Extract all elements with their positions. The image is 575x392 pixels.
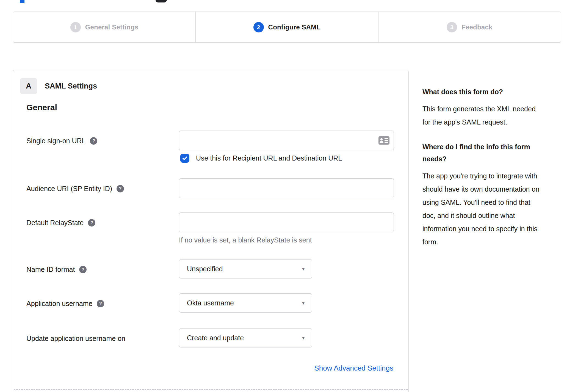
relay-state-row: Default RelayState ? If no value is set,… xyxy=(26,212,394,244)
name-id-format-help-icon[interactable]: ? xyxy=(79,266,87,273)
audience-uri-input[interactable] xyxy=(179,178,394,198)
recipient-url-checkbox-row: Use this for Recipient URL and Destinati… xyxy=(180,154,342,163)
help-question-2: Where do I find the info this form needs… xyxy=(422,141,564,165)
relay-state-help-icon[interactable]: ? xyxy=(88,219,95,227)
dashed-section-divider xyxy=(14,389,408,390)
help-answer-1: This form generates the XML needed for t… xyxy=(422,102,564,129)
update-username-select[interactable]: Create and update ▼ xyxy=(179,328,312,347)
update-username-value: Create and update xyxy=(187,334,244,342)
step-general-settings[interactable]: 1 General Settings xyxy=(13,12,196,42)
step-feedback[interactable]: 3 Feedback xyxy=(378,12,561,42)
audience-uri-row: Audience URI (SP Entity ID) ? xyxy=(26,178,394,198)
application-username-row: Application username ? Okta username ▼ xyxy=(26,293,312,313)
step-1-badge: 1 xyxy=(70,22,81,32)
help-question-1: What does this form do? xyxy=(422,86,564,98)
clipped-blue-logo-fragment xyxy=(20,0,24,3)
relay-state-label-group: Default RelayState ? xyxy=(26,212,179,227)
application-username-value: Okta username xyxy=(187,299,234,307)
chevron-down-icon: ▼ xyxy=(301,267,305,271)
step-3-label: Feedback xyxy=(461,23,492,31)
panel-header: A SAML Settings xyxy=(20,78,97,94)
audience-uri-help-icon[interactable]: ? xyxy=(117,185,124,192)
wizard-steps-bar: 1 General Settings 2 Configure SAML 3 Fe… xyxy=(13,12,561,43)
name-id-format-label: Name ID format xyxy=(26,266,75,274)
application-username-label-group: Application username ? xyxy=(26,293,179,308)
application-username-help-icon[interactable]: ? xyxy=(97,300,104,307)
audience-uri-label: Audience URI (SP Entity ID) xyxy=(26,185,112,193)
step-2-badge: 2 xyxy=(253,22,264,32)
name-id-format-select[interactable]: Unspecified ▼ xyxy=(179,259,312,278)
step-2-label: Configure SAML xyxy=(268,23,321,31)
recipient-url-checkbox-label: Use this for Recipient URL and Destinati… xyxy=(196,154,342,162)
application-username-label: Application username xyxy=(26,300,92,308)
sso-url-label-group: Single sign-on URL ? xyxy=(26,131,179,145)
application-username-select[interactable]: Okta username ▼ xyxy=(179,293,312,313)
update-username-label: Update application username on xyxy=(26,335,125,343)
panel-title: SAML Settings xyxy=(45,82,97,90)
relay-state-hint: If no value is set, a blank RelayState i… xyxy=(179,236,394,244)
name-id-format-value: Unspecified xyxy=(187,265,223,273)
relay-state-label: Default RelayState xyxy=(26,219,84,227)
audience-uri-label-group: Audience URI (SP Entity ID) ? xyxy=(26,178,179,193)
help-answer-2: The app you're trying to integrate with … xyxy=(422,169,564,249)
step-3-badge: 3 xyxy=(447,22,457,32)
sso-url-input[interactable] xyxy=(179,131,394,150)
general-section-heading: General xyxy=(26,103,57,112)
clipped-dark-icon-fragment xyxy=(156,0,167,2)
step-1-label: General Settings xyxy=(85,23,139,31)
step-configure-saml[interactable]: 2 Configure SAML xyxy=(196,12,378,42)
checkmark-icon xyxy=(182,155,188,161)
name-id-format-label-group: Name ID format ? xyxy=(26,259,179,274)
update-username-row: Update application username on Create an… xyxy=(26,328,312,347)
update-username-label-group: Update application username on xyxy=(26,328,179,343)
recipient-url-checkbox[interactable] xyxy=(180,154,189,163)
sso-url-label: Single sign-on URL xyxy=(26,137,85,145)
help-sidebar: What does this form do? This form genera… xyxy=(422,86,564,261)
section-a-badge: A xyxy=(20,78,37,94)
contact-card-icon[interactable] xyxy=(378,136,389,145)
relay-state-input[interactable] xyxy=(179,212,394,232)
sso-url-help-icon[interactable]: ? xyxy=(90,137,97,145)
show-advanced-settings-link[interactable]: Show Advanced Settings xyxy=(314,364,393,372)
saml-settings-panel: A SAML Settings General Single sign-on U… xyxy=(13,70,409,392)
chevron-down-icon: ▼ xyxy=(301,301,305,305)
sso-url-row: Single sign-on URL ? xyxy=(26,131,394,150)
name-id-format-row: Name ID format ? Unspecified ▼ xyxy=(26,259,312,278)
chevron-down-icon: ▼ xyxy=(301,336,305,340)
